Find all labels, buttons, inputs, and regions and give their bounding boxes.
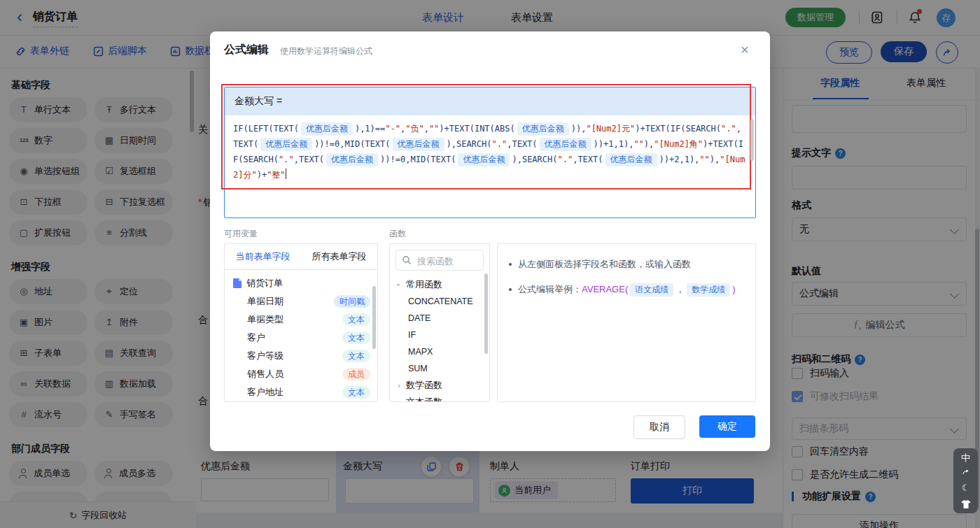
field-chip[interactable]: 优惠后金额 xyxy=(606,153,657,166)
close-icon[interactable]: × xyxy=(741,43,749,57)
variable-row[interactable]: 客户文本 xyxy=(225,329,377,347)
field-chip[interactable]: 优惠后金额 xyxy=(517,122,569,136)
variable-name: 单据类型 xyxy=(247,313,284,326)
functions-panel: ›常用函数CONCATENATEDATEIFMAPXSUM›数学函数›文本函数 xyxy=(389,243,490,402)
tip-line-2: 公式编辑举例：AVERAGE(语文成绩，数学成绩) xyxy=(509,282,744,297)
formula-token: "[Num2]角" xyxy=(654,139,703,149)
function-search xyxy=(396,250,484,271)
field-chip[interactable]: 优惠后金额 xyxy=(393,138,444,151)
formula-token: "" xyxy=(699,155,709,164)
function-group[interactable]: ›常用函数 xyxy=(390,276,489,293)
variable-row[interactable]: 销售人员成员 xyxy=(225,365,377,383)
field-chip[interactable]: 优惠后金额 xyxy=(540,138,592,151)
formula-token: ,TEXT( xyxy=(507,139,537,149)
variables-tabs: 当前表单字段 所有表单字段 xyxy=(225,244,377,270)
variables-scrollbar[interactable] xyxy=(372,286,376,349)
functions-panel-label: 函数 xyxy=(389,228,406,240)
variables-panel-label: 可用变量 xyxy=(224,228,258,240)
formula-token: "" xyxy=(429,124,439,134)
dark-mode-icon[interactable]: ☾ xyxy=(962,483,970,492)
app-screen: ‹ 销货订单 表单设计 表单设置 数据管理 存 xyxy=(0,0,980,528)
chevron-icon: › xyxy=(396,398,402,402)
formula-token: ))!=0,MID(TEXT( xyxy=(314,139,390,149)
function-group-label: 文本函数 xyxy=(406,396,442,402)
tip-example: 公式编辑举例：AVERAGE(语文成绩，数学成绩) xyxy=(518,282,736,297)
variable-name: 销售人员 xyxy=(247,368,284,380)
tip-line-1: 从左侧面板选择字段名和函数，或输入函数 xyxy=(509,257,744,272)
formula-edit-modal: 公式编辑 使用数学运算符编辑公式 × 金额大写 = IF(LEFT(TEXT(优… xyxy=(210,31,770,451)
variable-form-row[interactable]: 销货订单 xyxy=(225,274,377,292)
function-search-input[interactable] xyxy=(416,250,485,271)
text-cursor xyxy=(286,169,287,179)
example-field-chip: 语文成绩 xyxy=(630,283,673,297)
example-function-open: AVERAGE( xyxy=(582,284,628,294)
formula-token: "负" xyxy=(405,124,424,134)
search-icon xyxy=(402,255,412,265)
formula-token: "." xyxy=(492,139,507,149)
formula-token: ))+2,1), xyxy=(659,155,700,164)
function-item-date[interactable]: DATE xyxy=(390,310,489,327)
formula-input[interactable]: IF(LEFT(TEXT(优惠后金额),1)=="-","负","")+TEXT… xyxy=(225,115,755,217)
formula-token: "" xyxy=(634,139,643,149)
function-item-concatenate[interactable]: CONCATENATE xyxy=(390,293,489,310)
formula-token: "." xyxy=(557,155,573,164)
form-doc-icon xyxy=(233,278,241,288)
formula-token: "[Num2]元" xyxy=(586,124,635,134)
example-function-close: ) xyxy=(732,284,735,294)
tip-example-prefix: 公式编辑举例： xyxy=(518,284,582,294)
language-toggle[interactable]: 中 xyxy=(961,453,970,462)
bullet-icon xyxy=(509,263,512,266)
function-group-label: 常用函数 xyxy=(406,278,442,291)
formula-help-panel: 从左侧面板选择字段名和函数，或输入函数 公式编辑举例：AVERAGE(语文成绩，… xyxy=(497,243,756,402)
function-group[interactable]: ›文本函数 xyxy=(390,394,489,402)
field-chip[interactable]: 优惠后金额 xyxy=(458,153,510,166)
formula-token: )), xyxy=(571,124,587,134)
example-separator: ， xyxy=(676,284,685,294)
confirm-button[interactable]: 确定 xyxy=(699,415,755,438)
variable-type-badge: 文本 xyxy=(342,331,370,344)
function-group[interactable]: ›数学函数 xyxy=(390,377,489,394)
function-item-if[interactable]: IF xyxy=(390,327,489,343)
formula-token: ),SEARCH( xyxy=(512,155,557,164)
chevron-icon: › xyxy=(396,381,402,390)
field-chip[interactable]: 优惠后金额 xyxy=(301,122,353,136)
variable-type-badge: 文本 xyxy=(342,350,370,362)
editor-scrollbar[interactable] xyxy=(750,119,754,161)
variable-row[interactable]: 客户地址文本 xyxy=(225,383,377,401)
function-item-mapx[interactable]: MAPX xyxy=(390,343,489,360)
form-name: 销货订单 xyxy=(246,277,283,290)
tab-current-form-fields[interactable]: 当前表单字段 xyxy=(225,244,301,269)
theme-shirt-icon[interactable] xyxy=(961,500,971,508)
field-chip[interactable]: 优惠后金额 xyxy=(260,138,312,151)
formula-token: ,TEXT( xyxy=(294,155,324,164)
formula-token: )+ xyxy=(257,170,267,180)
variable-row[interactable]: 客户等级文本 xyxy=(225,347,377,365)
field-chip[interactable]: 优惠后金额 xyxy=(326,153,378,166)
tab-all-form-fields[interactable]: 所有表单字段 xyxy=(301,244,377,269)
formula-token: IF(LEFT(TEXT( xyxy=(233,124,299,134)
functions-scrollbar[interactable] xyxy=(484,273,488,354)
cancel-button[interactable]: 取消 xyxy=(634,415,685,439)
switch-arrow-icon[interactable] xyxy=(962,470,969,476)
formula-token: ,TEXT( xyxy=(573,155,603,164)
variable-row[interactable]: 单据日期时间戳 xyxy=(225,292,377,311)
formula-editor: 金额大写 = IF(LEFT(TEXT(优惠后金额),1)=="-","负","… xyxy=(224,87,756,218)
variable-type-badge: 文本 xyxy=(342,386,370,399)
example-field-chip: 数学成绩 xyxy=(687,283,730,297)
modal-subtitle: 使用数学运算符编辑公式 xyxy=(280,45,372,57)
formula-target: 金额大写 = xyxy=(225,87,755,115)
function-item-sum[interactable]: SUM xyxy=(390,360,489,377)
variable-name: 客户 xyxy=(247,331,265,344)
formula-token: "." xyxy=(279,155,294,164)
formula-token: ))!=0,MID(TEXT( xyxy=(380,155,456,164)
formula-token: )+TEXT(INT(ABS( xyxy=(439,124,514,134)
tip-text: 从左侧面板选择字段名和函数，或输入函数 xyxy=(518,257,691,272)
variable-name: 客户等级 xyxy=(247,350,284,362)
formula-token: ), xyxy=(644,139,654,149)
variable-name: 单据日期 xyxy=(247,295,284,308)
formula-token: ),1)== xyxy=(355,124,385,134)
function-group-label: 数学函数 xyxy=(406,379,442,392)
variable-row[interactable]: 单据类型文本 xyxy=(225,311,377,329)
formula-token: ))+1,1), xyxy=(594,139,634,149)
variables-panel: 当前表单字段 所有表单字段 销货订单单据日期时间戳单据类型文本客户文本客户等级文… xyxy=(224,243,378,402)
